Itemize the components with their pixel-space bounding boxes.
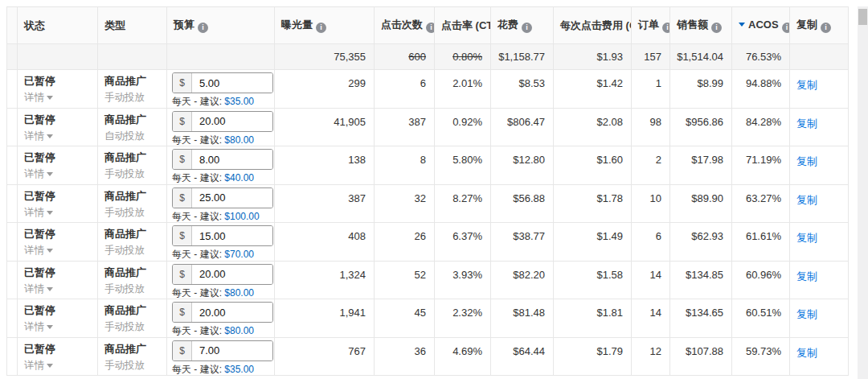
- budget-hint-prefix: 每天 - 建议:: [172, 364, 222, 375]
- cpc-cell: $1.60: [554, 146, 632, 185]
- info-icon[interactable]: i: [198, 23, 208, 33]
- suggested-budget-link[interactable]: $40.00: [224, 172, 254, 183]
- ctr-cell: 4.69%: [435, 337, 491, 376]
- status-value: 已暂停: [24, 113, 94, 126]
- budget-input[interactable]: [192, 73, 272, 93]
- suggested-budget-link[interactable]: $35.00: [224, 96, 254, 107]
- sales-cell: $956.86: [670, 108, 732, 146]
- acos-cell: 63.27%: [732, 184, 790, 223]
- copy-campaign-link[interactable]: 复制: [796, 270, 817, 282]
- copy-campaign-link[interactable]: 复制: [796, 117, 817, 130]
- info-icon[interactable]: i: [711, 23, 722, 33]
- clicks-cell: 387: [375, 108, 435, 146]
- copy-campaign-link[interactable]: 复制: [796, 194, 817, 206]
- budget-suggestion: 每天 - 建议: $70.00: [172, 249, 271, 260]
- details-dropdown[interactable]: 详情: [24, 245, 94, 257]
- budget-cell: $ 每天 - 建议: $80.00: [167, 108, 275, 146]
- impressions-cell: 138: [275, 146, 375, 185]
- info-icon[interactable]: i: [316, 23, 326, 33]
- details-dropdown[interactable]: 详情: [24, 283, 94, 295]
- budget-input-group: $: [172, 340, 273, 361]
- details-dropdown[interactable]: 详情: [24, 92, 94, 104]
- details-dropdown[interactable]: 详情: [24, 207, 94, 219]
- row-select-cell: [7, 184, 18, 223]
- info-icon[interactable]: i: [522, 23, 532, 33]
- suggested-budget-link[interactable]: $80.00: [224, 134, 254, 146]
- sales-cell: $17.98: [670, 146, 732, 185]
- column-header-acos-sort[interactable]: ACOSi: [732, 7, 790, 44]
- copy-campaign-link[interactable]: 复制: [796, 155, 817, 167]
- column-header-cpc: 每次点击费用 (CP: [554, 7, 632, 44]
- vertical-scrollbar[interactable]: [858, 6, 868, 379]
- details-dropdown[interactable]: 详情: [24, 321, 94, 333]
- copy-campaign-link[interactable]: 复制: [796, 232, 817, 244]
- clicks-header-label: 点击次数: [381, 19, 423, 31]
- info-icon[interactable]: i: [662, 23, 670, 33]
- details-label: 详情: [24, 130, 44, 142]
- spend-cell: $82.20: [491, 261, 554, 299]
- budget-input[interactable]: [192, 112, 272, 131]
- copy-cell: 复制: [790, 299, 849, 338]
- campaign-type-value: 商品推广: [104, 190, 163, 203]
- campaign-type-value: 商品推广: [104, 266, 163, 279]
- cpc-cell: $1.58: [554, 261, 632, 299]
- info-icon[interactable]: i: [821, 23, 831, 33]
- budget-cell: $ 每天 - 建议: $80.00: [167, 261, 275, 299]
- info-icon[interactable]: i: [426, 23, 435, 33]
- suggested-budget-link[interactable]: $70.00: [224, 249, 254, 260]
- impressions-cell: 387: [275, 184, 375, 223]
- spend-header-label: 花费: [497, 19, 518, 31]
- budget-hint-prefix: 每天 - 建议:: [172, 211, 222, 222]
- details-dropdown[interactable]: 详情: [24, 168, 94, 180]
- suggested-budget-link[interactable]: $80.00: [224, 287, 254, 299]
- info-icon[interactable]: i: [782, 23, 790, 33]
- details-dropdown[interactable]: 详情: [24, 130, 94, 142]
- currency-symbol: $: [173, 341, 192, 360]
- summary-clicks: 600: [375, 44, 435, 70]
- suggested-budget-link[interactable]: $80.00: [224, 325, 254, 336]
- currency-symbol: $: [173, 226, 192, 245]
- copy-campaign-link[interactable]: 复制: [796, 347, 817, 359]
- orders-cell: 10: [632, 184, 670, 223]
- budget-hint-prefix: 每天 - 建议:: [172, 325, 222, 336]
- sales-cell: $134.65: [670, 299, 732, 338]
- details-label: 详情: [24, 283, 44, 295]
- chevron-down-icon: [47, 364, 53, 368]
- budget-input[interactable]: [192, 226, 272, 245]
- budget-input[interactable]: [192, 265, 272, 284]
- campaign-row: 已暂停 详情 商品推广 手动投放 $ 每天 - 建议: $35.00 767 3…: [7, 337, 849, 376]
- campaign-row: 已暂停 详情 商品推广 手动投放 $ 每天 - 建议: $80.00 1,324…: [7, 261, 849, 299]
- table-header-row: 状态 类型 预算i 曝光量i 点击次数i 点击率 (CTR 花费i 每次点击费用…: [7, 7, 849, 44]
- suggested-budget-link[interactable]: $35.00: [224, 364, 254, 375]
- clicks-cell: 6: [375, 70, 435, 109]
- status-cell: 已暂停 详情: [18, 108, 98, 146]
- budget-input[interactable]: [192, 341, 272, 360]
- acos-cell: 84.28%: [732, 108, 790, 146]
- campaign-type-value: 商品推广: [104, 113, 163, 126]
- chevron-down-icon: [47, 96, 53, 100]
- acos-header-label: ACOS: [748, 19, 779, 31]
- details-label: 详情: [24, 92, 44, 103]
- targeting-type-value: 手动投放: [104, 92, 163, 104]
- cpc-cell: $1.81: [554, 299, 632, 338]
- budget-input[interactable]: [192, 303, 272, 322]
- budget-hint-prefix: 每天 - 建议:: [172, 96, 222, 107]
- budget-input-group: $: [172, 149, 273, 170]
- campaign-row: 已暂停 详情 商品推广 手动投放 $ 每天 - 建议: $80.00 1,941…: [7, 299, 849, 338]
- type-cell: 商品推广 手动投放: [98, 223, 167, 262]
- campaign-row: 已暂停 详情 商品推广 自动投放 $ 每天 - 建议: $80.00 41,90…: [7, 108, 849, 146]
- copy-campaign-link[interactable]: 复制: [796, 308, 817, 320]
- copy-campaign-link[interactable]: 复制: [796, 79, 817, 91]
- summary-select-cell: [7, 44, 18, 70]
- suggested-budget-link[interactable]: $100.00: [224, 211, 259, 222]
- scrollbar-thumb[interactable]: [858, 9, 867, 25]
- spend-cell: $38.77: [491, 223, 554, 262]
- summary-status-cell: [18, 44, 98, 70]
- details-dropdown[interactable]: 详情: [24, 360, 94, 372]
- budget-input[interactable]: [192, 150, 272, 169]
- ctr-cell: 2.32%: [435, 299, 491, 338]
- currency-symbol: $: [173, 265, 192, 284]
- budget-input[interactable]: [192, 188, 272, 208]
- copy-cell: 复制: [790, 261, 849, 299]
- spend-cell: $64.44: [491, 337, 554, 376]
